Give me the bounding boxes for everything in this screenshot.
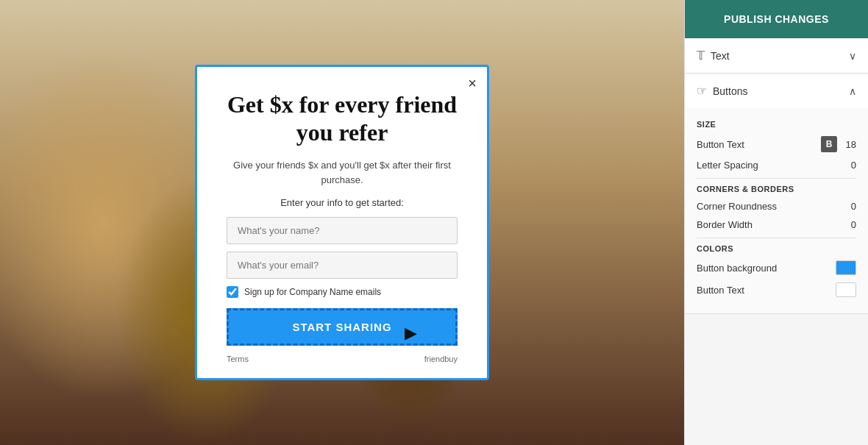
cta-button[interactable]: START SHARING: [227, 308, 458, 346]
button-text-swatch-group: [836, 282, 856, 297]
modal-prompt: Enter your info to get started:: [227, 197, 458, 208]
button-bg-label: Button background: [697, 263, 777, 274]
letter-spacing-label: Letter Spacing: [697, 160, 758, 171]
modal-footer: Terms friendbuy: [227, 355, 458, 363]
modal-overlay: × Get $x for every friend you refer Give…: [0, 0, 684, 445]
corner-roundness-row: Corner Roundness 0: [697, 201, 856, 212]
buttons-section-label: Buttons: [713, 85, 747, 97]
size-heading: SIZE: [697, 120, 856, 129]
button-text-value-group: B 18: [821, 136, 856, 152]
letter-spacing-row: Letter Spacing 0: [697, 160, 856, 171]
button-bg-color-swatch[interactable]: [836, 260, 856, 275]
panel-content: 𝕋 Text ∨ ☞ Buttons ∧ SIZE Button Text: [685, 38, 868, 445]
cursor-pointer-icon: ☞: [697, 84, 707, 98]
buttons-accordion-body: SIZE Button Text B 18 Letter Spacing 0: [685, 108, 868, 313]
bold-button[interactable]: B: [821, 136, 837, 152]
text-section-label: Text: [711, 50, 730, 62]
border-width-value-group: 0: [842, 219, 856, 230]
button-text-color-row: Button Text: [697, 282, 856, 297]
border-width-label: Border Width: [697, 219, 753, 230]
button-bg-swatch-group: [836, 260, 856, 275]
buttons-accordion-left: ☞ Buttons: [697, 84, 747, 98]
text-icon: 𝕋: [697, 49, 705, 63]
button-text-color-label: Button Text: [697, 285, 744, 296]
button-bg-row: Button background: [697, 260, 856, 275]
terms-link[interactable]: Terms: [227, 355, 249, 363]
checkbox-row: Sign up for Company Name emails: [227, 286, 458, 298]
letter-spacing-value-group: 0: [842, 160, 856, 171]
preview-area: × Get $x for every friend you refer Give…: [0, 0, 684, 445]
border-width-row: Border Width 0: [697, 219, 856, 230]
brand-label: friendbuy: [424, 355, 458, 363]
text-section: 𝕋 Text ∨: [685, 38, 868, 74]
button-text-label: Button Text: [697, 139, 744, 150]
divider-1: [697, 178, 856, 179]
corners-borders-heading: CORNERS & BORDERS: [697, 185, 856, 193]
modal-subtitle: Give your friends $x and you'll get $x a…: [227, 158, 458, 187]
buttons-chevron-icon: ∧: [849, 85, 856, 97]
publish-button[interactable]: PUBLISH CHANGES: [685, 0, 868, 38]
border-width-value: 0: [842, 219, 856, 230]
text-accordion-header[interactable]: 𝕋 Text ∨: [685, 38, 868, 73]
modal-container: × Get $x for every friend you refer Give…: [195, 65, 489, 381]
corner-roundness-label: Corner Roundness: [697, 201, 777, 212]
letter-spacing-value: 0: [842, 160, 856, 171]
close-button[interactable]: ×: [468, 76, 477, 90]
button-text-color-swatch[interactable]: [836, 282, 856, 297]
text-accordion-left: 𝕋 Text: [697, 49, 730, 63]
modal-title: Get $x for every friend you refer: [227, 90, 458, 147]
email-input[interactable]: [227, 252, 458, 279]
text-chevron-icon: ∨: [849, 50, 856, 62]
right-panel: PUBLISH CHANGES 𝕋 Text ∨ ☞ Buttons ∧: [684, 0, 868, 445]
corner-roundness-value-group: 0: [842, 201, 856, 212]
button-text-size: 18: [842, 139, 856, 150]
divider-2: [697, 238, 856, 238]
buttons-section: ☞ Buttons ∧ SIZE Button Text B 18 Letter…: [685, 74, 868, 314]
colors-heading: COLORS: [697, 244, 856, 253]
corner-roundness-value: 0: [842, 201, 856, 212]
buttons-accordion-header[interactable]: ☞ Buttons ∧: [685, 74, 868, 108]
button-text-row: Button Text B 18: [697, 136, 856, 152]
name-input[interactable]: [227, 217, 458, 244]
checkbox-label: Sign up for Company Name emails: [244, 287, 381, 297]
signup-checkbox[interactable]: [227, 286, 238, 298]
